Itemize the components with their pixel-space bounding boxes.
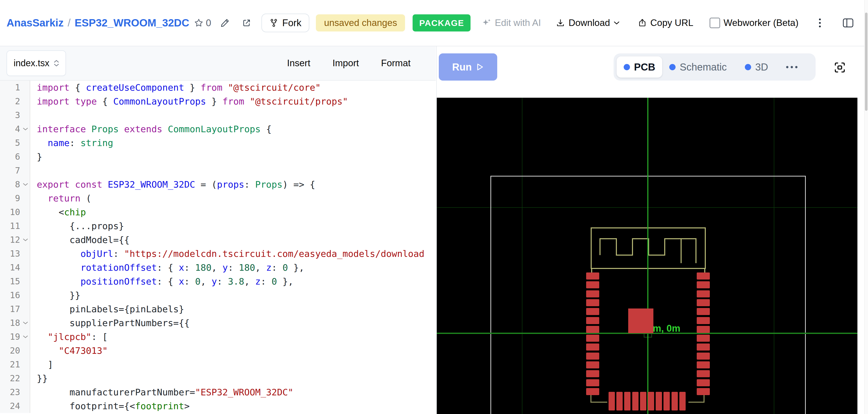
run-label: Run	[452, 61, 472, 73]
pcb-pad[interactable]	[697, 317, 710, 324]
pcb-pad[interactable]	[697, 290, 710, 297]
menu-item-insert[interactable]: Insert	[287, 58, 310, 68]
pcb-pad[interactable]	[697, 273, 710, 280]
share-icon[interactable]	[242, 18, 251, 28]
code-line[interactable]: 21 ]	[0, 358, 436, 372]
pcb-pad[interactable]	[697, 281, 710, 288]
code-line[interactable]: 14 rotationOffset: { x: 180, y: 180, z: …	[0, 261, 436, 275]
pcb-pad[interactable]	[586, 273, 599, 280]
code-line[interactable]: 5 name: string	[0, 136, 436, 150]
line-number: 14	[10, 261, 20, 275]
pcb-pad[interactable]	[632, 392, 639, 411]
pcb-thermal-pad[interactable]	[628, 309, 653, 333]
code-line[interactable]: 2import type { CommonLayoutProps } from …	[0, 94, 436, 108]
pcb-pad[interactable]	[648, 392, 654, 411]
pcb-pad[interactable]	[656, 392, 662, 411]
pcb-pad[interactable]	[586, 281, 599, 288]
pcb-pad[interactable]	[663, 392, 670, 411]
code-line[interactable]: 6}	[0, 150, 436, 164]
pcb-pad[interactable]	[697, 353, 710, 360]
ellipsis-icon[interactable]	[786, 66, 798, 68]
code-editor[interactable]: 1import { createUseComponent } from "@ts…	[0, 81, 436, 413]
edit-with-ai-button[interactable]: Edit with AI	[482, 18, 541, 28]
pcb-pad[interactable]	[586, 379, 599, 386]
pcb-pad[interactable]	[697, 326, 710, 333]
breadcrumb-owner[interactable]: AnasSarkiz	[6, 17, 63, 29]
code-line[interactable]: 24 footprint={<footprint>	[0, 399, 436, 413]
pcb-pad[interactable]	[586, 317, 599, 324]
code-line[interactable]: 7	[0, 164, 436, 178]
tab-pcb[interactable]: PCB	[617, 56, 662, 77]
tab-schematic[interactable]: Schematic	[669, 61, 727, 73]
pcb-pad[interactable]	[697, 370, 710, 377]
pcb-pad[interactable]	[586, 388, 599, 395]
code-line[interactable]: 20 "C473013"	[0, 344, 436, 358]
code-line[interactable]: 13 objUrl: "https://modelcdn.tscircuit.c…	[0, 247, 436, 261]
pcb-pad[interactable]	[586, 326, 599, 333]
panel-layout-icon[interactable]	[842, 18, 854, 28]
fold-chevron-icon[interactable]	[23, 335, 28, 339]
menu-item-import[interactable]: Import	[333, 58, 359, 68]
webworker-toggle[interactable]: Webworker (Beta)	[710, 18, 799, 28]
silkscreen-antenna	[437, 98, 858, 414]
code-line[interactable]: 9 return (	[0, 191, 436, 205]
code-line[interactable]: 12 cadModel={{	[0, 233, 436, 247]
pcb-pad[interactable]	[586, 353, 599, 360]
code-line[interactable]: 15 positionOffset: { x: 0, y: 3.8, z: 0 …	[0, 275, 436, 288]
code-line[interactable]: 10 <chip	[0, 205, 436, 219]
pcb-pad[interactable]	[697, 361, 710, 369]
menu-item-format[interactable]: Format	[381, 58, 410, 68]
pcb-pad[interactable]	[679, 392, 686, 411]
page-scrollbar[interactable]	[864, 0, 868, 414]
pcb-pad[interactable]	[586, 335, 599, 342]
code-text: supplierPartNumbers={{	[30, 316, 190, 330]
pencil-icon[interactable]	[220, 18, 230, 28]
kebab-icon[interactable]	[818, 18, 821, 28]
code-line[interactable]: 22}}	[0, 372, 436, 385]
code-line[interactable]: 23 manufacturerPartNumber="ESP32_WROOM_3…	[0, 385, 436, 399]
download-button[interactable]: Download	[556, 18, 620, 28]
pcb-pad[interactable]	[697, 308, 710, 315]
pcb-pad[interactable]	[609, 392, 615, 411]
pcb-pad[interactable]	[697, 388, 710, 395]
scrollbar-thumb[interactable]	[865, 12, 868, 111]
run-button[interactable]: Run	[439, 53, 497, 81]
file-select[interactable]: index.tsx	[6, 51, 66, 76]
code-line[interactable]: 18 supplierPartNumbers={{	[0, 316, 436, 330]
code-line[interactable]: 17 pinLabels={pinLabels}	[0, 302, 436, 316]
pcb-pad[interactable]	[697, 299, 710, 306]
code-line[interactable]: 16 }}	[0, 288, 436, 302]
pcb-pad[interactable]	[697, 379, 710, 386]
code-line[interactable]: 4interface Props extends CommonLayoutPro…	[0, 122, 436, 136]
copy-url-button[interactable]: Copy URL	[638, 18, 693, 28]
pcb-pad[interactable]	[586, 308, 599, 315]
code-line[interactable]: 8export const ESP32_WROOM_32DC = (props:…	[0, 178, 436, 191]
fullscreen-icon[interactable]	[834, 61, 846, 73]
code-text: import { createUseComponent } from "@tsc…	[30, 81, 321, 94]
fold-chevron-icon[interactable]	[23, 127, 28, 131]
pcb-pad[interactable]	[697, 344, 710, 351]
code-line[interactable]: 1import { createUseComponent } from "@ts…	[0, 81, 436, 94]
fork-button[interactable]: Fork	[261, 13, 309, 32]
tab-3d[interactable]: 3D	[745, 61, 768, 73]
pcb-pad[interactable]	[586, 370, 599, 377]
fold-chevron-icon[interactable]	[23, 183, 28, 186]
pcb-pad[interactable]	[697, 335, 710, 342]
pcb-pad[interactable]	[586, 299, 599, 306]
star-icon[interactable]	[194, 19, 203, 27]
pcb-pad[interactable]	[672, 392, 678, 411]
pcb-pad[interactable]	[586, 290, 599, 297]
pcb-pad[interactable]	[624, 392, 630, 411]
code-line[interactable]: 11 {...props}	[0, 219, 436, 233]
webworker-checkbox[interactable]	[710, 18, 720, 28]
code-line[interactable]: 3	[0, 108, 436, 122]
code-line[interactable]: 19 "jlcpcb": [	[0, 330, 436, 344]
pcb-pad[interactable]	[640, 392, 646, 411]
fold-chevron-icon[interactable]	[23, 321, 28, 325]
pcb-pad[interactable]	[586, 361, 599, 369]
fold-chevron-icon[interactable]	[23, 238, 28, 242]
pcb-pad[interactable]	[586, 344, 599, 351]
pcb-pad[interactable]	[616, 392, 623, 411]
pcb-canvas[interactable]: 0m, 0m	[437, 98, 858, 414]
breadcrumb-project[interactable]: ESP32_WROOM_32DC	[74, 17, 189, 29]
